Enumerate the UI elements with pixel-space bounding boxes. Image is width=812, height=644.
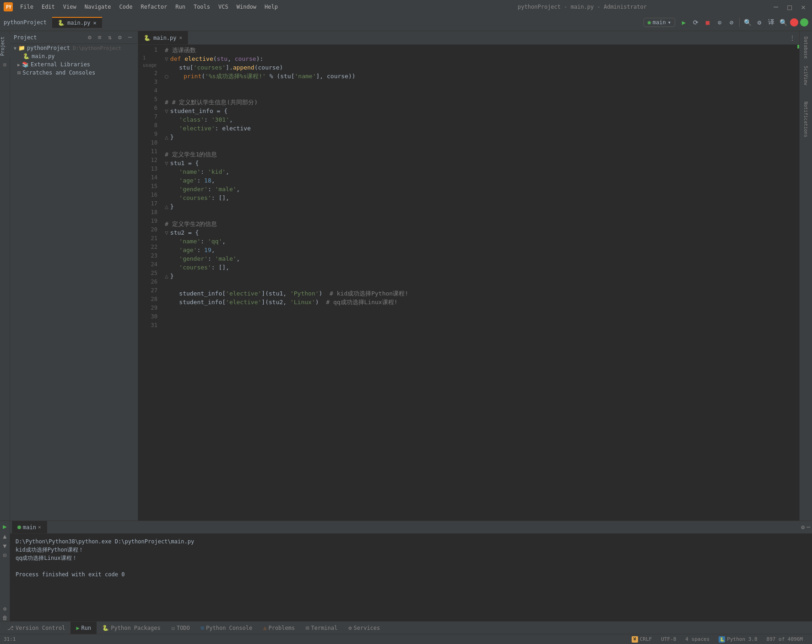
- close-tab-icon[interactable]: ✕: [93, 20, 97, 26]
- code-line-12: [165, 141, 790, 150]
- terminal-close-icon[interactable]: ─: [807, 524, 810, 531]
- delete-tool-icon[interactable]: 🗑: [2, 615, 8, 621]
- search2-button[interactable]: 🔍: [778, 17, 788, 27]
- scroll-down-icon[interactable]: ▼: [3, 542, 7, 549]
- settings-button[interactable]: ⚙: [754, 17, 764, 27]
- terminal-settings-icon[interactable]: ⚙: [801, 524, 805, 531]
- footer-tab-python-console[interactable]: ⊡ Python Console: [195, 622, 258, 634]
- search-button[interactable]: 🔍: [742, 17, 752, 27]
- tab-close-icon[interactable]: ✕: [179, 35, 183, 41]
- coverage-button[interactable]: ⊙: [715, 17, 725, 27]
- menu-view[interactable]: View: [60, 3, 80, 11]
- scroll-up-icon[interactable]: ▲: [3, 533, 7, 540]
- menu-file[interactable]: File: [16, 3, 37, 11]
- run-tool-icon[interactable]: ▶: [3, 523, 6, 530]
- python-logo-icon: 🐍: [719, 636, 725, 643]
- panel-header: Project ⚙ ≡ ⇅ ⚙ ─: [10, 31, 138, 44]
- editor-tab-bar: 🐍 main.py ✕ ⋮: [138, 31, 799, 45]
- code-line-20: [165, 211, 790, 220]
- code-line-8: ▽student_info = {: [165, 107, 790, 115]
- status-memory[interactable]: 897 of 4096M: [767, 636, 803, 642]
- rerun-button[interactable]: ⟳: [691, 17, 701, 27]
- footer-tab-run[interactable]: ▶ Run: [70, 622, 97, 634]
- panel-list-icon[interactable]: ≡: [96, 33, 104, 42]
- footer-tab-terminal[interactable]: ⊡ Terminal: [300, 622, 343, 634]
- code-line-25: 'gender': 'male',: [165, 254, 790, 263]
- status-python[interactable]: 🐍 Python 3.8: [719, 636, 757, 643]
- translate-button[interactable]: 译: [766, 17, 776, 27]
- editor-area: 🐍 main.py ✕ ⋮ 1 1 usage 2 3 4 5 6 7 8: [138, 31, 799, 521]
- scratches-label: Scratches and Consoles: [22, 70, 95, 76]
- menu-bar: File Edit View Navigate Code Refactor Ru…: [16, 3, 394, 11]
- validation-column: [794, 45, 799, 521]
- code-line-17: 'gender': 'male',: [165, 185, 790, 193]
- tree-external-libs[interactable]: ▶ 📚 External Libraries: [10, 60, 138, 69]
- code-content[interactable]: # 选课函数 ▽def elective(stu, course): stu['…: [161, 45, 794, 521]
- tree-scratches[interactable]: ⊞ Scratches and Consoles: [10, 69, 138, 77]
- close-button[interactable]: ✕: [798, 2, 808, 12]
- toolbar-icons: ▶ ⟳ ■ ⊙ ⊘ 🔍 ⚙ 译 🔍: [679, 17, 808, 27]
- status-crlf[interactable]: W CRLF: [632, 636, 652, 643]
- bookmark-icon[interactable]: ⊡: [0, 59, 10, 70]
- footer-tab-problems[interactable]: ⚠ Problems: [258, 622, 300, 634]
- footer-console-label: Python Console: [206, 625, 252, 631]
- stop-button[interactable]: ■: [703, 17, 713, 27]
- color2-button[interactable]: [800, 18, 808, 27]
- footer-services-label: Services: [354, 625, 380, 631]
- run-tab-close[interactable]: ✕: [38, 524, 41, 530]
- sciview-tab[interactable]: SciView: [802, 62, 809, 89]
- config-dropdown-icon: ▾: [668, 19, 671, 26]
- bottom-terminal: main ✕ ⚙ ─ D:\Python\Python38\python.exe…: [10, 521, 812, 621]
- menu-help[interactable]: Help: [261, 3, 281, 11]
- toolbar: pythonProject 🐍 main.py ✕ ● main ▾ ▶ ⟳ ■…: [0, 14, 812, 31]
- code-line-6: [165, 89, 790, 98]
- panel-gear-icon[interactable]: ⚙: [116, 33, 124, 42]
- file-tab-label: main.py: [67, 20, 91, 26]
- panel-settings-icon[interactable]: ⚙: [86, 33, 94, 42]
- line-numbers: 1 1 usage 2 3 4 5 6 7 8 9 10 11 12 13 14…: [138, 45, 161, 521]
- footer-todo-label: TODO: [177, 625, 190, 631]
- menu-refactor[interactable]: Refactor: [137, 3, 171, 11]
- menu-edit[interactable]: Edit: [38, 3, 59, 11]
- menu-tools[interactable]: Tools: [190, 3, 214, 11]
- terminal-blank: [16, 562, 807, 570]
- database-tab[interactable]: Database: [802, 33, 809, 62]
- footer-tab-services[interactable]: ⚙ Services: [343, 622, 385, 634]
- external-libs-label: External Libraries: [31, 61, 90, 68]
- footer-tab-python-packages[interactable]: 🐍 Python Packages: [97, 622, 166, 634]
- file-tab-main[interactable]: 🐍 main.py ✕: [52, 17, 102, 28]
- menu-vcs[interactable]: VCS: [215, 3, 232, 11]
- footer-tab-bar: ⎇ Version Control ▶ Run 🐍 Python Package…: [0, 621, 812, 634]
- menu-run[interactable]: Run: [172, 3, 189, 11]
- status-position[interactable]: 31:1: [4, 636, 16, 642]
- run-button[interactable]: ▶: [679, 17, 689, 27]
- run-tab-label: main: [23, 524, 36, 531]
- run-config[interactable]: ● main ▾: [644, 18, 675, 27]
- color-scheme-button[interactable]: [790, 18, 798, 27]
- tree-main-py[interactable]: 🐍 main.py: [10, 52, 138, 60]
- settings-tool-icon[interactable]: ⚙: [3, 606, 6, 612]
- code-line-21: # 定义学生2的信息: [165, 220, 790, 228]
- code-line-26: 'courses': [],: [165, 263, 790, 272]
- panel-close-icon[interactable]: ─: [126, 33, 134, 42]
- menu-navigate[interactable]: Navigate: [81, 3, 115, 11]
- panel-sort-icon[interactable]: ⇅: [106, 33, 114, 42]
- status-indent[interactable]: 4 spaces: [685, 636, 709, 642]
- notifications-tab[interactable]: Notifications: [802, 98, 809, 141]
- editor-tab-main[interactable]: 🐍 main.py ✕: [138, 31, 188, 44]
- tree-root[interactable]: ▼ 📁 pythonProject D:\pythonProject: [10, 44, 138, 52]
- wrap-icon[interactable]: ⊡: [3, 552, 6, 558]
- project-label[interactable]: pythonProject: [4, 19, 47, 26]
- profile-button[interactable]: ⊘: [726, 17, 736, 27]
- run-bottom-tab[interactable]: main ✕: [12, 521, 47, 533]
- maximize-button[interactable]: □: [785, 2, 795, 12]
- code-editor[interactable]: 1 1 usage 2 3 4 5 6 7 8 9 10 11 12 13 14…: [138, 45, 799, 521]
- minimize-button[interactable]: ─: [771, 2, 781, 12]
- status-charset[interactable]: UTF-8: [661, 636, 676, 642]
- menu-window[interactable]: Window: [233, 3, 260, 11]
- project-side-tab[interactable]: Project: [0, 35, 10, 58]
- tab-more-icon[interactable]: ⋮: [785, 34, 799, 42]
- footer-tab-todo[interactable]: ☑ TODO: [166, 622, 195, 634]
- footer-tab-version-control[interactable]: ⎇ Version Control: [2, 622, 70, 634]
- menu-code[interactable]: Code: [116, 3, 136, 11]
